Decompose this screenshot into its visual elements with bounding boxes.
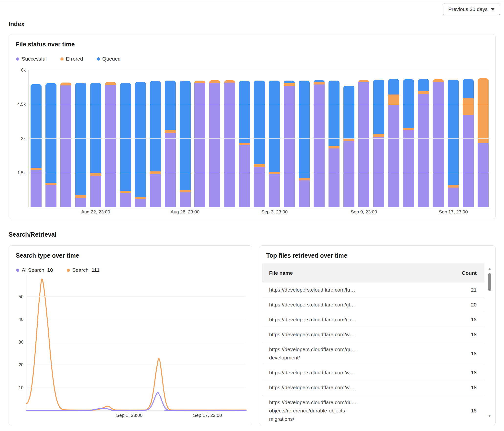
stacked-bar[interactable] <box>194 81 205 207</box>
bar-segment <box>135 197 146 199</box>
bar-segment <box>358 80 369 82</box>
legend-item-successful[interactable]: Successful <box>16 56 47 62</box>
legend-item-queued[interactable]: Queued <box>97 56 121 62</box>
stacked-bar[interactable] <box>373 80 384 207</box>
bar-segment <box>180 190 191 192</box>
bar-segment <box>388 105 399 207</box>
column-header-count: Count <box>462 270 477 276</box>
bar-segment <box>343 141 354 207</box>
line-chart-svg <box>26 275 246 411</box>
table-row: https://developers.cloudflare.com/w…18 <box>262 327 484 342</box>
bar-segment <box>478 78 489 143</box>
table-row: https://developers.cloudflare.com/fu…21 <box>262 283 484 297</box>
x-axis-tick-label: Aug 28, 23:00 <box>171 209 199 215</box>
bar-segment <box>373 137 384 207</box>
stacked-bar[interactable] <box>90 83 101 207</box>
stacked-bar[interactable] <box>75 83 86 207</box>
search-type-legend: AI Search10Search111 <box>16 267 99 273</box>
bar-segment <box>269 174 280 207</box>
y-axis-tick-label: 50 <box>14 294 23 299</box>
y-axis-tick-label: 3k <box>13 136 26 141</box>
x-axis-tick-label: Sep 1, 23:00 <box>116 413 142 418</box>
bar-segment <box>433 82 444 207</box>
bar-segment <box>329 148 340 207</box>
stacked-bar[interactable] <box>224 80 235 207</box>
stacked-bar[interactable] <box>284 81 295 207</box>
gridline <box>29 138 491 139</box>
stacked-bar[interactable] <box>180 81 191 207</box>
stacked-bar[interactable] <box>239 81 250 207</box>
stacked-bar[interactable] <box>314 80 325 207</box>
stacked-bar[interactable] <box>45 83 56 207</box>
stacked-bar[interactable] <box>299 81 310 207</box>
file-name-cell: https://developers.cloudflare.com/w… <box>269 368 355 377</box>
bar-segment <box>105 82 116 85</box>
stacked-bar[interactable] <box>403 79 414 207</box>
table-row: https://developers.cloudflare.com/w…18 <box>262 380 484 395</box>
stacked-bar[interactable] <box>150 81 161 207</box>
gridline <box>26 388 246 388</box>
bar-segment <box>418 79 429 91</box>
file-name-cell: https://developers.cloudflare.com/qu… de… <box>269 345 357 362</box>
legend-item-search[interactable]: Search111 <box>67 267 99 273</box>
bar-segment <box>239 145 250 207</box>
bar-segment <box>314 82 325 84</box>
stacked-bar[interactable] <box>165 81 176 207</box>
stacked-bar[interactable] <box>329 81 340 207</box>
bar-segment <box>299 180 310 207</box>
bar-segment <box>45 83 56 183</box>
stacked-bar[interactable] <box>478 78 489 207</box>
bar-segment <box>299 81 310 178</box>
y-axis-tick-label: 1.5k <box>13 170 26 175</box>
y-axis-tick-label: 30 <box>14 340 23 345</box>
stacked-bar[interactable] <box>31 84 42 207</box>
bar-x-axis-labels: Aug 22, 23:00Aug 28, 23:00Sep 3, 23:00Se… <box>29 207 491 214</box>
count-cell: 18 <box>471 317 477 323</box>
stacked-bar[interactable] <box>448 80 459 207</box>
bar-segment <box>299 178 310 180</box>
file-status-bar-plot: Aug 22, 23:00Aug 28, 23:00Sep 3, 23:00Se… <box>28 70 491 207</box>
count-cell: 18 <box>471 351 477 357</box>
bar-segment <box>31 168 42 170</box>
file-name-cell: https://developers.cloudflare.com/ch… <box>269 315 356 324</box>
bar-segment <box>388 95 399 105</box>
count-cell: 18 <box>471 385 477 390</box>
stacked-bar[interactable] <box>105 82 116 207</box>
stacked-bar[interactable] <box>254 81 265 207</box>
stacked-bar[interactable] <box>358 80 369 207</box>
bar-segment <box>165 81 176 130</box>
search-type-card: Search type over time AI Search10Search1… <box>9 245 252 425</box>
scrollbar-thumb[interactable] <box>488 273 491 291</box>
bar-segment <box>448 80 459 185</box>
line-series-ai-search <box>26 393 246 410</box>
stacked-bar[interactable] <box>418 79 429 207</box>
y-axis-tick-label: 20 <box>14 362 23 367</box>
bar-segment <box>90 176 101 207</box>
stacked-bar[interactable] <box>463 79 474 207</box>
bar-segment <box>194 81 205 83</box>
legend-item-ai-search[interactable]: AI Search10 <box>16 267 53 273</box>
stacked-bar[interactable] <box>209 80 220 207</box>
stacked-bar[interactable] <box>269 81 280 207</box>
stacked-bar[interactable] <box>135 82 146 207</box>
file-name-cell: https://developers.cloudflare.com/fu… <box>269 286 355 294</box>
bar-segment <box>329 146 340 148</box>
table-row: https://developers.cloudflare.com/gl…20 <box>262 297 484 312</box>
legend-count: 111 <box>91 267 99 273</box>
count-cell: 18 <box>471 332 477 337</box>
stacked-bar[interactable] <box>60 83 71 207</box>
scrollbar-down-icon[interactable]: ▼ <box>487 414 492 418</box>
stacked-bar[interactable] <box>388 79 399 207</box>
bar-segment <box>60 85 71 207</box>
file-status-legend: SuccessfulErroredQueued <box>16 56 121 62</box>
legend-item-errored[interactable]: Errored <box>60 56 83 62</box>
stacked-bar[interactable] <box>433 79 444 207</box>
table-row: https://developers.cloudflare.com/w…18 <box>262 365 484 380</box>
bar-segment <box>463 98 474 115</box>
date-range-label: Previous 30 days <box>448 6 488 12</box>
scrollbar-up-icon[interactable]: ▲ <box>487 267 492 271</box>
stacked-bar[interactable] <box>120 83 131 207</box>
x-axis-tick-label: Sep 3, 23:00 <box>261 209 288 215</box>
line-x-axis-labels: Sep 1, 23:00Sep 17, 23:00 <box>26 410 246 418</box>
date-range-button[interactable]: Previous 30 days <box>443 3 500 15</box>
